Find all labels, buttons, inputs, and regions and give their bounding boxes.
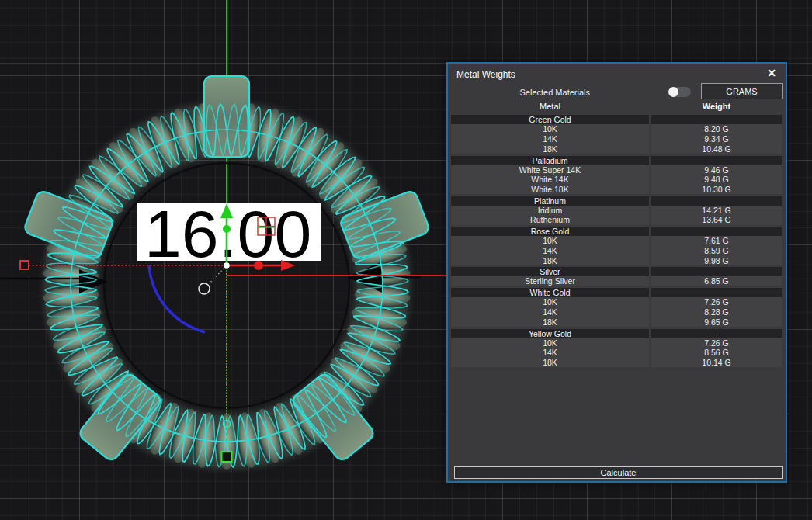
gumball-y-scale-handle[interactable] (223, 225, 231, 233)
calculate-button[interactable]: Calculate (454, 466, 783, 479)
metal-weight-row[interactable]: 14K8.56 G (451, 348, 782, 358)
construction-auxiliary (149, 265, 227, 332)
metal-weight-row[interactable]: White Super 14K9.46 G (451, 165, 782, 175)
metal-group-header: Silver (451, 267, 782, 276)
selected-materials-toggle[interactable] (669, 87, 691, 97)
toggle-knob (668, 87, 678, 97)
metal-weight-row[interactable]: Iridium14.21 G (451, 206, 782, 216)
gumball-origin-handle[interactable] (224, 262, 230, 269)
metal-weight-row[interactable]: 14K9.34 G (451, 134, 782, 144)
units-button[interactable]: GRAMS (701, 83, 783, 99)
metal-group-header: Yellow Gold (451, 329, 782, 338)
metal-weights-table: Green Gold10K8.20 G14K9.34 G18K10.48 GPa… (451, 113, 782, 367)
close-icon[interactable]: ✕ (767, 67, 776, 79)
metal-weight-row[interactable]: White 18K10.30 G (451, 185, 782, 195)
selected-materials-label: Selected Materials (448, 88, 590, 97)
metal-weight-row[interactable]: Sterling Silver6.85 G (451, 276, 782, 286)
metal-group-header: Platinum (451, 196, 782, 206)
metal-weight-row[interactable]: 10K7.26 G (451, 297, 782, 307)
metal-weights-panel: Metal Weights ✕ Selected Materials GRAMS… (446, 62, 787, 483)
metal-weight-row[interactable]: 10K8.20 G (451, 124, 782, 134)
metal-weight-row[interactable]: 18K9.65 G (451, 317, 782, 328)
metal-weight-row[interactable]: Ruthenium13.64 G (451, 215, 782, 225)
dimension-endpoint-handle[interactable] (20, 261, 29, 269)
metal-weight-row[interactable]: 14K8.59 G (451, 246, 782, 256)
column-header-weight: Weight (651, 102, 782, 111)
metal-weight-row[interactable]: 10K7.26 G (451, 338, 782, 348)
gumball-x-scale-handle[interactable] (254, 261, 263, 270)
metal-group-header: Green Gold (451, 115, 782, 124)
metal-weight-row[interactable]: 18K10.14 G (451, 358, 782, 368)
table-column-headers: Metal Weight (451, 102, 782, 111)
metal-group-header: Rose Gold (451, 227, 782, 236)
metal-weight-row[interactable]: 14K8.28 G (451, 307, 782, 317)
metal-weight-row[interactable]: 18K9.98 G (451, 256, 782, 266)
metal-weight-row[interactable]: 10K7.61 G (451, 236, 782, 246)
metal-weight-row[interactable]: White 14K9.48 G (451, 175, 782, 185)
panel-title: Metal Weights (456, 69, 515, 80)
bottom-scale-handle[interactable] (222, 452, 232, 462)
column-header-metal: Metal (451, 102, 649, 111)
metal-weight-row[interactable]: 18K10.48 G (451, 144, 782, 154)
metal-group-header: White Gold (451, 288, 782, 297)
dimension-label: 16.00 (137, 196, 321, 271)
metal-group-header: Palladium (451, 156, 782, 165)
